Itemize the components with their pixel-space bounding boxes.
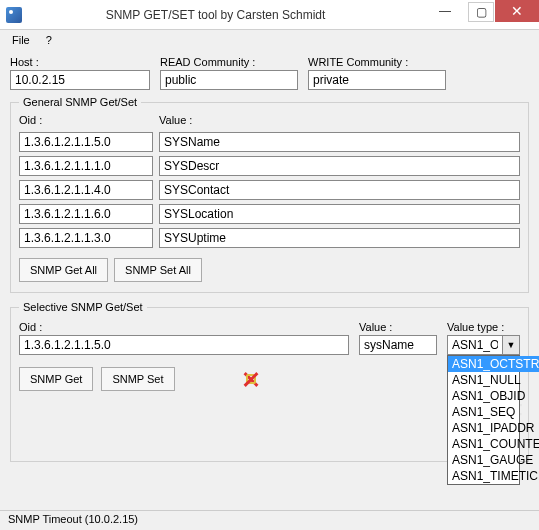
oid-input[interactable] — [19, 156, 153, 176]
host-input[interactable] — [10, 70, 150, 90]
write-community-input[interactable] — [308, 70, 446, 90]
value-type-dropdown-button[interactable]: ▼ — [502, 335, 520, 355]
snmp-set-all-button[interactable]: SNMP Set All — [114, 258, 202, 282]
selective-value-input[interactable] — [359, 335, 437, 355]
connection-row: Host : READ Community : WRITE Community … — [10, 56, 529, 90]
window-title: SNMP GET/SET tool by Carsten Schmidt — [28, 8, 423, 22]
selective-value-label: Value : — [359, 321, 437, 333]
read-community-input[interactable] — [160, 70, 298, 90]
cancel-icon[interactable] — [243, 371, 259, 387]
oid-value-row — [19, 180, 520, 200]
read-community-label: READ Community : — [160, 56, 308, 68]
oid-value-row — [19, 204, 520, 224]
value-type-dropdown-list[interactable]: ASN1_OCTSTRASN1_NULLASN1_OBJIDASN1_SEQAS… — [447, 355, 520, 485]
selective-group: Selective SNMP Get/Set Oid : Value : Val… — [10, 301, 529, 462]
value-header: Value : — [159, 114, 520, 126]
oid-value-row — [19, 132, 520, 152]
value-input[interactable] — [159, 156, 520, 176]
value-input[interactable] — [159, 204, 520, 224]
selective-oid-label: Oid : — [19, 321, 349, 333]
oid-input[interactable] — [19, 228, 153, 248]
menu-bar: File ? — [0, 30, 539, 50]
window-controls: — ▢ ✕ — [423, 0, 539, 29]
status-bar: SNMP Timeout (10.0.2.15) — [0, 510, 539, 530]
oid-input[interactable] — [19, 204, 153, 224]
host-label: Host : — [10, 56, 160, 68]
value-type-option[interactable]: ASN1_SEQ — [448, 404, 539, 420]
title-bar: SNMP GET/SET tool by Carsten Schmidt — ▢… — [0, 0, 539, 30]
oid-header: Oid : — [19, 114, 159, 126]
snmp-get-button[interactable]: SNMP Get — [19, 367, 93, 391]
selective-oid-input[interactable] — [19, 335, 349, 355]
general-legend: General SNMP Get/Set — [19, 96, 141, 108]
oid-value-row — [19, 228, 520, 248]
general-group: General SNMP Get/Set Oid : Value : SNMP … — [10, 96, 529, 293]
value-type-option[interactable]: ASN1_OCTSTR — [448, 356, 539, 372]
value-type-label: Value type : — [447, 321, 520, 333]
value-input[interactable] — [159, 132, 520, 152]
value-input[interactable] — [159, 180, 520, 200]
value-type-option[interactable]: ASN1_NULL — [448, 372, 539, 388]
write-community-label: WRITE Community : — [308, 56, 456, 68]
close-button[interactable]: ✕ — [495, 0, 539, 22]
menu-file[interactable]: File — [6, 32, 36, 48]
snmp-get-all-button[interactable]: SNMP Get All — [19, 258, 108, 282]
value-type-option[interactable]: ASN1_OBJID — [448, 388, 539, 404]
value-type-option[interactable]: ASN1_IPADDR — [448, 420, 539, 436]
menu-help[interactable]: ? — [40, 32, 58, 48]
value-input[interactable] — [159, 228, 520, 248]
selective-legend: Selective SNMP Get/Set — [19, 301, 147, 313]
value-type-input[interactable] — [447, 335, 502, 355]
value-type-option[interactable]: ASN1_COUNTER — [448, 436, 539, 452]
app-icon — [6, 7, 22, 23]
oid-input[interactable] — [19, 180, 153, 200]
oid-value-row — [19, 156, 520, 176]
oid-input[interactable] — [19, 132, 153, 152]
value-type-option[interactable]: ASN1_GAUGE — [448, 452, 539, 468]
maximize-button[interactable]: ▢ — [468, 2, 494, 22]
snmp-set-button[interactable]: SNMP Set — [101, 367, 174, 391]
minimize-button[interactable]: — — [423, 0, 467, 22]
value-type-option[interactable]: ASN1_TIMETICKS — [448, 468, 539, 484]
